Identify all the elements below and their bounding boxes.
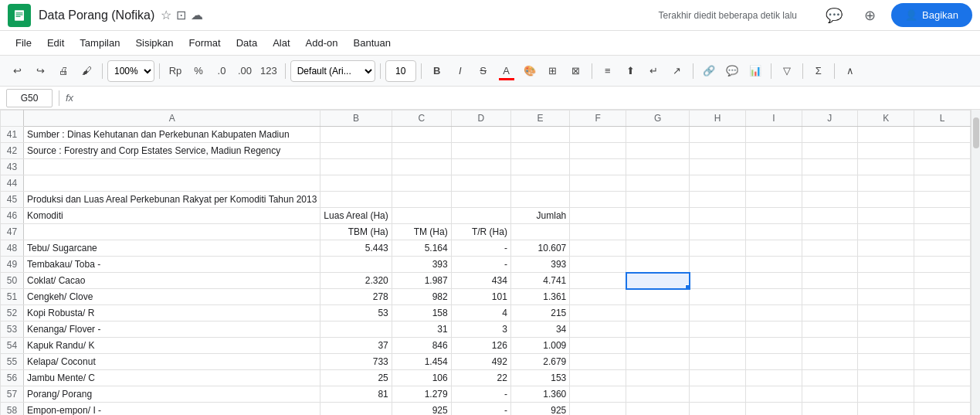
cell-h42[interactable]	[690, 143, 746, 159]
cell-e53[interactable]: 34	[510, 321, 569, 338]
cell-l46[interactable]	[914, 208, 971, 224]
strikethrough-button[interactable]: S	[473, 60, 494, 82]
cell-g49[interactable]	[626, 257, 690, 273]
cell-e57[interactable]: 1.360	[510, 386, 569, 403]
cell-i44[interactable]	[746, 175, 802, 192]
cell-i47[interactable]	[746, 224, 802, 240]
cell-k41[interactable]	[858, 127, 914, 143]
cell-k51[interactable]	[858, 289, 914, 305]
cell-k48[interactable]	[858, 240, 914, 257]
cell-f42[interactable]	[570, 143, 626, 159]
history-button[interactable]: ⊕	[856, 2, 883, 29]
cell-b47[interactable]: TBM (Ha)	[320, 224, 392, 240]
cell-e48[interactable]: 10.607	[510, 240, 569, 257]
cell-i57[interactable]	[746, 386, 802, 403]
cell-b58[interactable]	[320, 403, 392, 416]
cell-g54[interactable]	[626, 338, 690, 354]
cell-j55[interactable]	[802, 354, 858, 370]
cell-i42[interactable]	[746, 143, 802, 159]
cell-c47[interactable]: TM (Ha)	[392, 224, 451, 240]
cell-j58[interactable]	[802, 403, 858, 416]
cell-a57[interactable]: Porang/ Porang	[24, 386, 320, 403]
cell-f41[interactable]	[570, 127, 626, 143]
cell-l43[interactable]	[914, 159, 971, 175]
cell-k45[interactable]	[858, 192, 914, 208]
col-header-c[interactable]: C	[392, 111, 451, 127]
col-header-i[interactable]: I	[746, 111, 802, 127]
cell-a48[interactable]: Tebu/ Sugarcane	[24, 240, 320, 257]
cell-g43[interactable]	[626, 159, 690, 175]
cell-e52[interactable]: 215	[510, 305, 569, 321]
cell-g48[interactable]	[626, 240, 690, 257]
cell-i43[interactable]	[746, 159, 802, 175]
cell-f44[interactable]	[570, 175, 626, 192]
cell-e44[interactable]	[510, 175, 569, 192]
cell-k44[interactable]	[858, 175, 914, 192]
cell-b46[interactable]: Luas Areal (Ha)	[320, 208, 392, 224]
cell-a41[interactable]: Sumber : Dinas Kehutanan dan Perkebunan …	[24, 127, 320, 143]
cell-c50[interactable]: 1.987	[392, 273, 451, 289]
valign-button[interactable]: ⬆	[620, 60, 642, 82]
cell-f46[interactable]	[570, 208, 626, 224]
cell-d42[interactable]	[451, 143, 510, 159]
cell-i41[interactable]	[746, 127, 802, 143]
cell-k53[interactable]	[858, 321, 914, 338]
cell-l53[interactable]	[914, 321, 971, 338]
bold-button[interactable]: B	[426, 60, 448, 82]
col-header-k[interactable]: K	[858, 111, 914, 127]
cell-b42[interactable]	[320, 143, 392, 159]
cell-j57[interactable]	[802, 386, 858, 403]
cell-l57[interactable]	[914, 386, 971, 403]
cell-l49[interactable]	[914, 257, 971, 273]
cell-g42[interactable]	[626, 143, 690, 159]
cell-g41[interactable]	[626, 127, 690, 143]
menu-file[interactable]: File	[8, 34, 39, 52]
cell-j49[interactable]	[802, 257, 858, 273]
menu-addon[interactable]: Add-on	[298, 34, 346, 52]
cell-l44[interactable]	[914, 175, 971, 192]
wrap-button[interactable]: ↵	[643, 60, 665, 82]
cell-g44[interactable]	[626, 175, 690, 192]
cell-h50[interactable]	[690, 273, 746, 289]
cell-k50[interactable]	[858, 273, 914, 289]
col-header-e[interactable]: E	[510, 111, 569, 127]
folder-icon[interactable]: ⊡	[176, 8, 186, 22]
cell-k47[interactable]	[858, 224, 914, 240]
cell-l48[interactable]	[914, 240, 971, 257]
cell-b52[interactable]: 53	[320, 305, 392, 321]
cell-l54[interactable]	[914, 338, 971, 354]
cell-c44[interactable]	[392, 175, 451, 192]
cell-k57[interactable]	[858, 386, 914, 403]
col-header-h[interactable]: H	[690, 111, 746, 127]
cell-j56[interactable]	[802, 370, 858, 386]
cell-a51[interactable]: Cengkeh/ Clove	[24, 289, 320, 305]
cell-d50[interactable]: 434	[451, 273, 510, 289]
cell-f54[interactable]	[570, 338, 626, 354]
cell-j43[interactable]	[802, 159, 858, 175]
cell-c57[interactable]: 1.279	[392, 386, 451, 403]
decimal-more-button[interactable]: .00	[234, 60, 256, 82]
col-header-b[interactable]: B	[320, 111, 392, 127]
cell-k42[interactable]	[858, 143, 914, 159]
cell-k55[interactable]	[858, 354, 914, 370]
cell-l58[interactable]	[914, 403, 971, 416]
cell-i51[interactable]	[746, 289, 802, 305]
cell-d57[interactable]: -	[451, 386, 510, 403]
cell-g45[interactable]	[626, 192, 690, 208]
cell-i56[interactable]	[746, 370, 802, 386]
cell-d48[interactable]: -	[451, 240, 510, 257]
cell-g58[interactable]	[626, 403, 690, 416]
cell-l51[interactable]	[914, 289, 971, 305]
comment-button[interactable]: 💬	[721, 60, 743, 82]
cell-i49[interactable]	[746, 257, 802, 273]
zoom-select[interactable]: 100%	[107, 60, 154, 82]
cell-c49[interactable]: 393	[392, 257, 451, 273]
cell-c46[interactable]	[392, 208, 451, 224]
cell-g56[interactable]	[626, 370, 690, 386]
cell-l50[interactable]	[914, 273, 971, 289]
cell-e50[interactable]: 4.741	[510, 273, 569, 289]
cell-b54[interactable]: 37	[320, 338, 392, 354]
cell-h58[interactable]	[690, 403, 746, 416]
cell-d45[interactable]	[451, 192, 510, 208]
cell-l47[interactable]	[914, 224, 971, 240]
